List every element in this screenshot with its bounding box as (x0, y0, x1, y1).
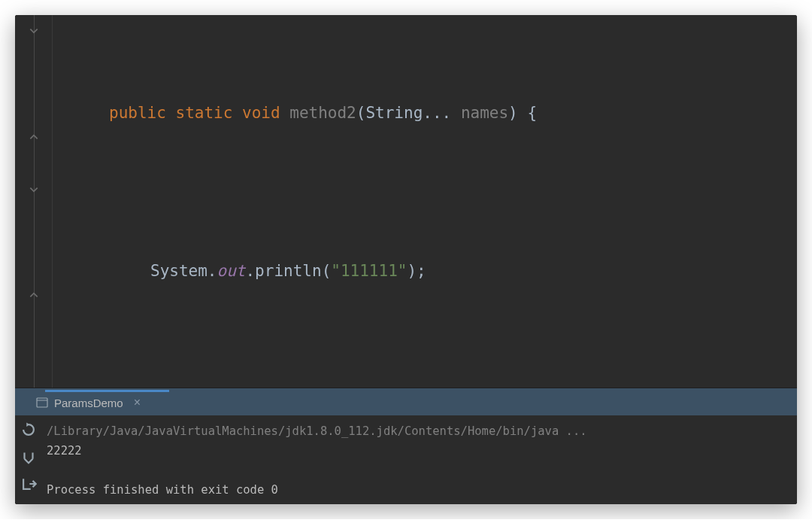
ide-window: public static void method2(String... nam… (15, 15, 797, 504)
fold-end-icon[interactable] (29, 290, 39, 300)
code-line-blank (68, 179, 797, 205)
console-stdout: 22222 (47, 444, 82, 458)
console-command: /Library/Java/JavaVirtualMachines/jdk1.8… (47, 424, 587, 438)
exit-button[interactable] (20, 476, 37, 492)
code-pane[interactable]: public static void method2(String... nam… (53, 15, 797, 388)
run-tabbar: ParamsDemo × (15, 388, 797, 415)
application-icon (36, 397, 48, 408)
active-tab-indicator (45, 390, 169, 392)
code-line-blank (68, 337, 797, 363)
rerun-button[interactable] (20, 421, 37, 438)
run-tab-label: ParamsDemo (54, 397, 123, 409)
editor-area[interactable]: public static void method2(String... nam… (15, 15, 797, 388)
stop-down-button[interactable] (20, 449, 37, 465)
code-line: public static void method2(String... nam… (68, 100, 797, 126)
fold-marker-icon[interactable] (29, 184, 39, 195)
fold-end-icon[interactable] (29, 132, 39, 142)
run-config-tab[interactable]: ParamsDemo × (30, 390, 147, 415)
editor-gutter (15, 15, 53, 388)
console-exit-message: Process finished with exit code 0 (47, 483, 278, 497)
fold-marker-icon[interactable] (29, 26, 39, 36)
code-line: System.out.println("111111"); (68, 258, 797, 284)
svg-rect-0 (37, 398, 47, 407)
close-icon[interactable]: × (134, 396, 141, 409)
run-body: /Library/Java/JavaVirtualMachines/jdk1.8… (15, 415, 797, 504)
run-panel: ParamsDemo × /Library/Java/JavaVirtualMa… (15, 388, 797, 504)
console-output[interactable]: /Library/Java/JavaVirtualMachines/jdk1.8… (42, 415, 797, 504)
run-side-toolbar (15, 415, 42, 504)
